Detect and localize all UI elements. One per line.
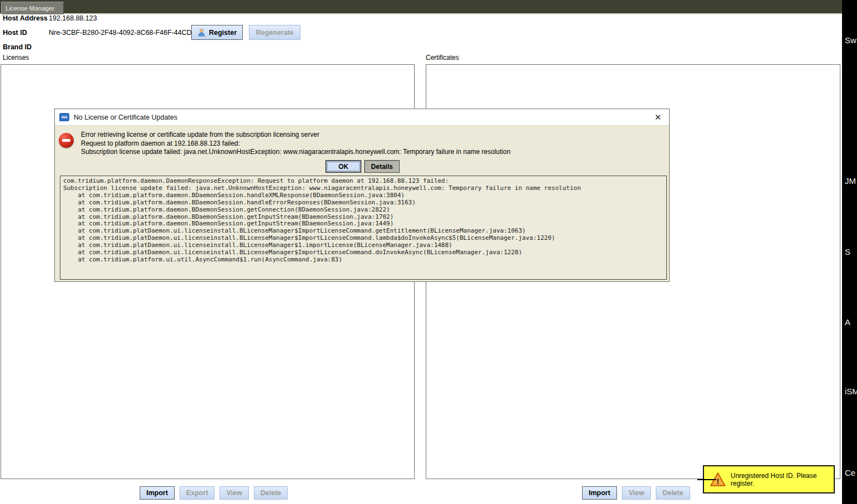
error-dialog-title: No License or Certificate Updates <box>74 114 177 121</box>
ok-button[interactable]: OK <box>325 160 361 173</box>
register-button-label: Register <box>209 29 237 37</box>
error-message-line: Subscription license update failed: java… <box>81 148 511 156</box>
niagara-n4-icon: N4 <box>59 113 69 121</box>
error-icon <box>59 133 74 148</box>
licenses-delete-button[interactable]: Delete <box>254 486 288 500</box>
stack-trace-line: at com.tridium.platform.daemon.BDaemonSe… <box>63 207 664 214</box>
stack-trace-box: com.tridium.platform.daemon.DaemonRespon… <box>60 176 667 280</box>
host-id-label: Host ID <box>3 29 27 37</box>
desktop-icon-label: A <box>845 317 850 327</box>
ok-button-label: OK <box>339 163 349 171</box>
view-tab-bar: License Manager <box>0 0 842 14</box>
stack-trace-line: Subscription license update failed: java… <box>63 185 664 192</box>
stack-trace-line: at com.tridium.platform.daemon.BDaemonSe… <box>63 199 664 207</box>
svg-text:!: ! <box>717 477 720 486</box>
desktop-icon-label: Ce <box>845 468 855 477</box>
licenses-section-label: Licenses <box>3 54 29 61</box>
tooltip-anchor-line <box>697 479 716 480</box>
unregistered-host-tooltip: ! Unregistered Host ID. Please register. <box>703 465 835 493</box>
unregistered-host-text: Unregistered Host ID. Please register. <box>731 472 830 487</box>
stack-trace-line: at com.tridium.platform.daemon.BDaemonSe… <box>63 192 664 199</box>
licenses-view-button[interactable]: View <box>220 486 248 500</box>
certificates-delete-button[interactable]: Delete <box>656 486 690 500</box>
host-id-value: Nre-3CBF-B280-2F48-4092-8C68-F46F-44CD-9… <box>49 29 210 37</box>
register-button[interactable]: Register <box>191 25 243 40</box>
error-message-line: Error retrieving license or certificate … <box>81 131 319 138</box>
regenerate-button-label: Regenerate <box>256 29 293 37</box>
licenses-import-button[interactable]: Import <box>140 486 175 500</box>
error-dialog-body: Error retrieving license or certificate … <box>55 126 669 282</box>
stack-trace-line: at com.tridium.platform.ui.util.AsyncCom… <box>63 256 664 264</box>
desktop-icon-label: iSM <box>845 387 857 396</box>
error-dialog-titlebar: N4 No License or Certificate Updates ✕ <box>55 109 669 126</box>
person-icon <box>197 28 206 37</box>
tab-license-manager[interactable]: License Manager <box>1 2 64 14</box>
desktop-icon-label: S <box>845 247 850 256</box>
certificates-import-button[interactable]: Import <box>582 486 617 500</box>
details-button[interactable]: Details <box>364 160 400 173</box>
host-address-value: 192.168.88.123 <box>49 14 97 22</box>
error-dialog: N4 No License or Certificate Updates ✕ E… <box>54 109 670 282</box>
host-address-label: Host Address <box>3 14 48 22</box>
brand-id-label: Brand ID <box>3 43 32 51</box>
certificates-view-button[interactable]: View <box>622 486 651 500</box>
licenses-export-button[interactable]: Export <box>180 486 215 500</box>
regenerate-button[interactable]: Regenerate <box>249 25 300 40</box>
licenses-action-row: Import Export View Delete <box>140 486 288 500</box>
desktop-icon-label: Sw <box>845 35 856 45</box>
certificates-section-label: Certificates <box>426 54 459 61</box>
details-button-label: Details <box>371 163 392 171</box>
certificates-action-row: Import View Delete <box>582 486 690 500</box>
desktop-icon-label: JM <box>845 176 856 186</box>
stack-trace-line: com.tridium.platform.daemon.DaemonRespon… <box>63 178 664 185</box>
close-icon[interactable]: ✕ <box>652 112 664 122</box>
error-message-line: Request to platform daemon at 192.168.88… <box>81 140 240 147</box>
